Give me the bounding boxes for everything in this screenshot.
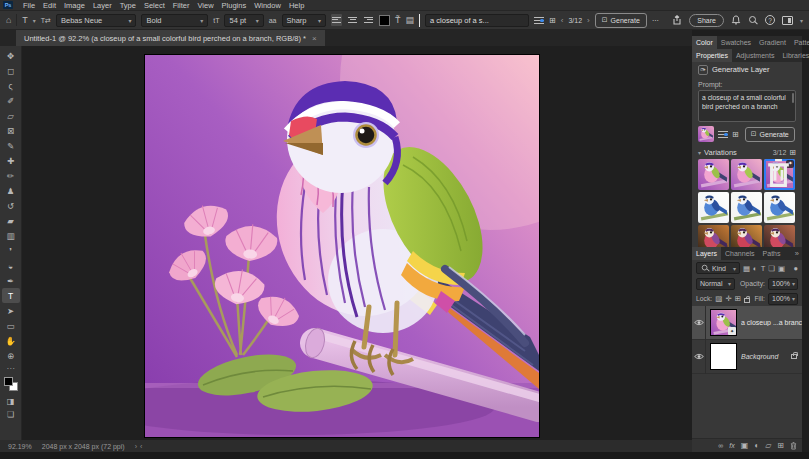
menu-view[interactable]: View [193, 1, 217, 10]
tab-patterns[interactable]: Patterns [790, 36, 809, 49]
document-tab[interactable]: Untitled-1 @ 92.2% (a closeup of a small… [16, 30, 325, 46]
lock-all-icon[interactable] [744, 298, 750, 303]
align-left-button[interactable] [331, 14, 342, 26]
foreground-color-swatch[interactable] [4, 377, 13, 386]
pen-tool[interactable]: ✒ [2, 273, 20, 288]
font-family-select[interactable]: Bebas Neue ▾ [56, 14, 137, 27]
color-swatches[interactable] [3, 376, 19, 392]
panel-more-icon[interactable]: » [792, 247, 802, 260]
layer-name[interactable]: a closeup ...a branch [741, 319, 802, 326]
chevron-down-icon[interactable]: ▾ [800, 17, 803, 24]
filter-toggle-icon[interactable]: ● [793, 264, 798, 273]
variation-thumbnail-9[interactable] [764, 225, 795, 247]
tab-swatches[interactable]: Swatches [717, 36, 755, 49]
prompt-textarea[interactable]: a closeup of a small colorful bird perch… [698, 90, 796, 122]
chevron-down-icon[interactable]: ▾ [33, 17, 36, 24]
menu-type[interactable]: Type [116, 1, 140, 10]
eraser-tool[interactable]: ▰ [2, 213, 20, 228]
menu-help[interactable]: Help [285, 1, 308, 10]
lasso-tool[interactable]: ς [2, 78, 20, 93]
filter-shape-icon[interactable]: ❏ [768, 264, 775, 273]
variation-thumbnail-3[interactable]: ✦ [764, 159, 795, 190]
new-group-icon[interactable]: ▱ [765, 441, 771, 450]
tab-adjustments[interactable]: Adjustments [732, 49, 779, 62]
zoom-tool[interactable]: ⊕ [2, 348, 20, 363]
eyedropper-tool[interactable]: ✎ [2, 138, 20, 153]
layer-name[interactable]: Background [741, 353, 787, 360]
layer-row-generative[interactable]: ✦ a closeup ...a branch [692, 306, 802, 340]
shape-tool[interactable]: ▭ [2, 318, 20, 333]
tab-channels[interactable]: Channels [721, 247, 759, 260]
toggle-panels-icon[interactable]: ▤ [406, 16, 415, 25]
variation-thumbnail-1[interactable] [698, 159, 729, 190]
gradient-tool[interactable]: ▥ [2, 228, 20, 243]
delete-layer-icon[interactable] [790, 442, 797, 450]
help-icon[interactable]: ? [765, 15, 775, 25]
layer-thumbnail[interactable]: ✦ [710, 309, 737, 336]
font-style-select[interactable]: Bold ▾ [141, 14, 208, 27]
filter-pixel-icon[interactable]: ▦ [743, 264, 750, 273]
layer-thumbnail[interactable] [710, 343, 737, 370]
canvas-area[interactable] [22, 46, 692, 440]
search-icon[interactable] [748, 15, 758, 25]
menu-edit[interactable]: Edit [39, 1, 60, 10]
layer-row-background[interactable]: Background [692, 340, 802, 374]
zoom-level-field[interactable]: 92.19% [8, 443, 32, 450]
variation-thumbnail-2[interactable] [731, 159, 762, 190]
generation-settings-icon[interactable] [534, 16, 544, 25]
share-icon[interactable] [672, 15, 682, 25]
taskbar-grip[interactable] [419, 14, 420, 27]
layer-mask-icon[interactable]: ▣ [741, 441, 749, 450]
quick-selection-tool[interactable]: ✐ [2, 93, 20, 108]
bell-icon[interactable] [731, 15, 741, 25]
visibility-toggle[interactable] [692, 340, 706, 374]
anti-alias-select[interactable]: Sharp ▾ [282, 14, 326, 27]
tab-color[interactable]: Color [692, 36, 717, 49]
status-popup-icon[interactable]: › [135, 443, 137, 450]
chevron-down-icon[interactable]: ▾ [698, 149, 701, 156]
reference-thumbnail[interactable] [698, 126, 714, 142]
lock-transparency-icon[interactable]: ▨ [715, 294, 722, 303]
fill-select[interactable]: 100% ▾ [768, 293, 798, 305]
move-tool[interactable]: ✥ [2, 48, 20, 63]
variation-thumbnail-8[interactable] [731, 225, 762, 247]
screen-mode-tool[interactable]: ❏ [2, 408, 20, 421]
quick-mask-tool[interactable]: ◨ [2, 395, 20, 408]
font-size-select[interactable]: 54 pt ▾ [224, 14, 263, 27]
dodge-tool[interactable]: ◒ [2, 258, 20, 273]
menu-window[interactable]: Window [250, 1, 285, 10]
text-orientation-icon[interactable]: T⇄ [41, 17, 51, 24]
variation-thumbnail-4[interactable] [698, 192, 729, 223]
adjustment-layer-icon[interactable]: ◐ [754, 441, 759, 450]
generate-button[interactable]: ⊡ Generate [595, 13, 647, 28]
opacity-select[interactable]: 100% ▾ [768, 278, 798, 290]
text-color-swatch[interactable] [379, 15, 390, 26]
filter-smart-object-icon[interactable]: ▣ [778, 264, 785, 273]
brush-tool[interactable]: ✏ [2, 168, 20, 183]
frame-tool[interactable]: ⊠ [2, 123, 20, 138]
visibility-toggle[interactable] [692, 306, 706, 340]
variations-layout-icon[interactable]: ⊞ [789, 148, 796, 157]
workspace-icon[interactable] [782, 16, 793, 25]
menu-layer[interactable]: Layer [89, 1, 116, 10]
tab-paths[interactable]: Paths [759, 247, 785, 260]
next-variation-icon[interactable]: › [587, 16, 590, 25]
type-tool-preset-icon[interactable]: T [22, 16, 28, 25]
status-scroll-icon[interactable]: ‹ [140, 443, 142, 450]
variation-thumbnail-6[interactable] [764, 192, 795, 223]
generation-settings-icon[interactable] [718, 130, 728, 139]
warp-text-icon[interactable]: T̃ [395, 16, 401, 25]
generate-button[interactable]: ⊡ Generate [745, 127, 795, 142]
blur-tool[interactable]: ❜ [2, 243, 20, 258]
tab-properties[interactable]: Properties [692, 49, 732, 62]
variations-grid-icon[interactable]: ⊞ [549, 16, 556, 25]
menu-select[interactable]: Select [140, 1, 169, 10]
filter-adjustment-icon[interactable]: ◐ [753, 264, 758, 273]
layer-effects-icon[interactable]: fx [729, 442, 734, 449]
tab-layers[interactable]: Layers [692, 247, 721, 260]
filter-type-icon[interactable]: T [761, 264, 766, 273]
tab-gradient[interactable]: Gradient [755, 36, 790, 49]
lock-artboard-icon[interactable]: ⊞ [735, 294, 741, 303]
hand-tool[interactable]: ✋ [2, 333, 20, 348]
menu-file[interactable]: File [19, 1, 39, 10]
